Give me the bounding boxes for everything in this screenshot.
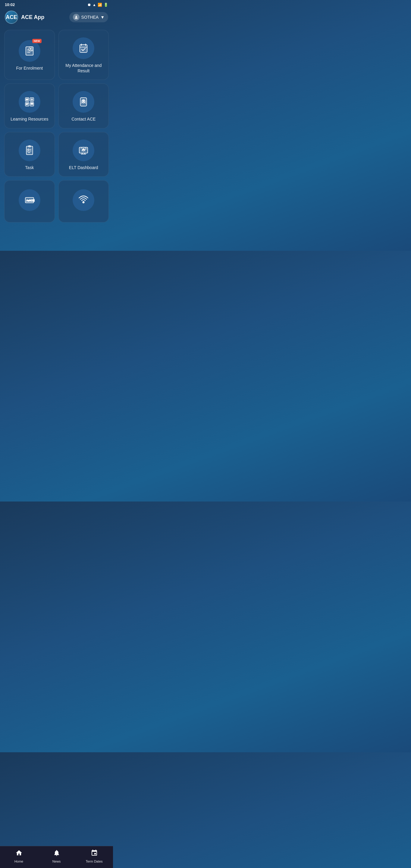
elt-dashboard-icon-circle (73, 140, 94, 161)
learning-resources-label: Learning Resources (10, 116, 48, 122)
dropdown-chevron: ▼ (100, 15, 104, 20)
status-icons: ⏺ ▲ 📶 🔋 (87, 3, 108, 7)
elt-dashboard-label: ELT Dashboard (69, 165, 98, 170)
svg-rect-17 (26, 100, 27, 100)
card-task[interactable]: Task (4, 132, 55, 177)
status-time: 10:02 (5, 2, 15, 7)
learning-resources-icon-circle (19, 91, 40, 113)
svg-rect-19 (26, 104, 28, 104)
logo-text: ACE (6, 14, 17, 21)
card-ace-identity[interactable]: I'm ACE (4, 180, 55, 222)
my-attendance-icon-circle (73, 37, 94, 59)
svg-rect-21 (31, 103, 33, 104)
learning-resources-icon (23, 96, 36, 108)
elt-dashboard-icon (77, 144, 90, 157)
svg-point-6 (30, 48, 31, 50)
header-left: ACE ACE App (5, 10, 44, 24)
svg-point-0 (75, 16, 77, 17)
my-attendance-icon (77, 42, 90, 55)
ace-identity-icon-circle: I'm ACE (19, 189, 40, 211)
app-title: ACE App (21, 14, 44, 21)
new-badge: New (32, 39, 41, 43)
user-dropdown-button[interactable]: SOTHEA ▼ (69, 12, 108, 22)
record-icon: ⏺ (87, 3, 91, 7)
svg-rect-26 (26, 146, 33, 155)
svg-point-40 (83, 201, 84, 203)
svg-rect-30 (28, 146, 30, 147)
svg-point-25 (83, 100, 84, 102)
card-my-attendance[interactable]: My Attendance and Result (59, 30, 109, 80)
task-icon (23, 144, 36, 157)
connectivity-icon-circle (73, 189, 94, 211)
contact-ace-icon (77, 96, 90, 108)
card-elt-dashboard[interactable]: ELT Dashboard (59, 132, 109, 177)
contact-ace-label: Contact ACE (71, 116, 96, 122)
person-icon (74, 15, 78, 19)
user-icon (73, 14, 80, 21)
card-connectivity[interactable] (59, 180, 109, 222)
for-enrolment-icon (23, 44, 36, 57)
card-for-enrolment[interactable]: New For Enrolment (4, 30, 55, 80)
status-bar: 10:02 ⏺ ▲ 📶 🔋 (0, 0, 113, 8)
card-learning-resources[interactable]: Learning Resources (4, 84, 55, 128)
card-contact-ace[interactable]: Contact ACE (59, 84, 109, 128)
header: ACE ACE App SOTHEA ▼ (0, 8, 113, 27)
svg-text:ACE: ACE (29, 198, 35, 202)
my-attendance-label: My Attendance and Result (62, 63, 105, 73)
task-label: Task (25, 165, 34, 170)
connectivity-icon (77, 194, 90, 207)
ace-identity-icon: I'm ACE (23, 194, 36, 207)
app-logo: ACE (5, 10, 18, 24)
task-icon-circle (19, 140, 40, 161)
svg-point-18 (31, 99, 33, 100)
main-grid: New For Enrolment My Attendance and Resu… (0, 27, 113, 227)
battery-icon: 🔋 (104, 3, 108, 7)
svg-rect-8 (80, 44, 87, 53)
svg-rect-16 (26, 99, 28, 99)
contact-ace-icon-circle (73, 91, 94, 113)
user-name: SOTHEA (81, 15, 99, 20)
svg-rect-20 (26, 104, 27, 104)
wifi-icon: ▲ (93, 3, 96, 7)
signal-icon: 📶 (98, 3, 102, 7)
for-enrolment-label: For Enrolment (16, 65, 43, 71)
for-enrolment-icon-circle: New (19, 40, 40, 62)
